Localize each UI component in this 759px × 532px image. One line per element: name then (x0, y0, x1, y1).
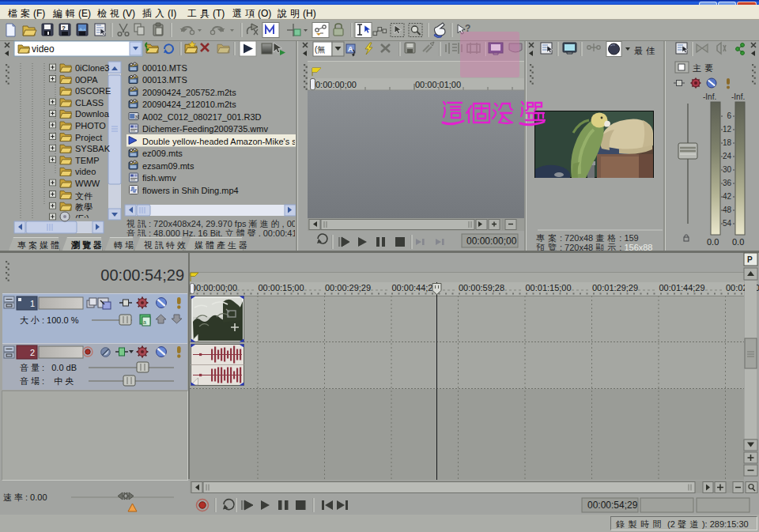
svg-text:(無: (無 (315, 45, 325, 54)
svg-text:00:00:00;00: 00:00:00;00 (466, 236, 517, 247)
svg-text:2: 2 (30, 348, 35, 357)
svg-text:專案: 720x48 畫格: 159: 專案: 720x48 畫格: 159 (536, 233, 639, 243)
svg-text:0.0: 0.0 (707, 237, 719, 247)
svg-text:-Inf.: -Inf. (731, 92, 745, 101)
svg-text:48: 48 (723, 206, 732, 214)
svg-text:A: A (348, 45, 353, 53)
svg-text:24: 24 (723, 152, 732, 160)
svg-text:P: P (747, 255, 753, 264)
svg-text:1: 1 (30, 299, 35, 308)
svg-text:36: 36 (723, 179, 732, 187)
svg-text:6: 6 (727, 111, 731, 120)
svg-text:12: 12 (723, 125, 732, 134)
svg-text:video: video (32, 43, 55, 55)
svg-text:?: ? (62, 25, 66, 32)
svg-text:42: 42 (723, 192, 732, 201)
svg-text:00:00:54;29: 00:00:54;29 (587, 500, 638, 511)
svg-text:主要: 主要 (693, 63, 716, 73)
svg-text:18: 18 (723, 138, 732, 147)
svg-text:54: 54 (723, 219, 732, 228)
svg-text:-Inf.: -Inf. (703, 92, 716, 101)
svg-text:30: 30 (723, 165, 732, 174)
svg-text:0.0: 0.0 (732, 237, 744, 247)
svg-text:a: a (143, 319, 146, 325)
